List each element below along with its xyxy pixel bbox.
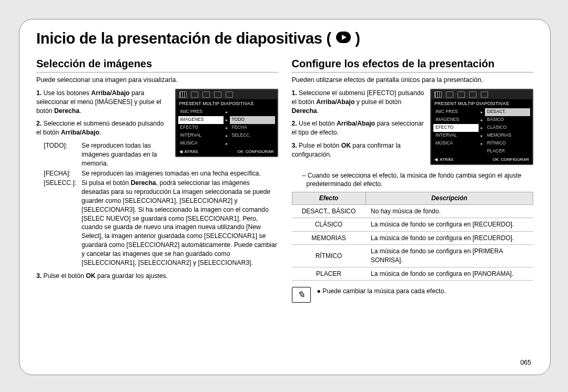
menu-title: PRESENT MULTIP DIAPOSITIVAS	[431, 99, 532, 107]
display-tab-icon	[469, 91, 476, 98]
menu-option: BÁSICO	[485, 116, 530, 124]
left-column: Selección de imágenes Puede seleccionar …	[36, 58, 278, 303]
slideshow-icon	[336, 31, 351, 44]
menu-option-selected: DESACT.	[485, 108, 530, 116]
table-row: CLÁSICOLa música de fondo se configura e…	[292, 218, 533, 232]
play-tab-icon	[446, 91, 453, 98]
th-effect: Efecto	[292, 192, 366, 205]
left-heading: Selección de imágenes	[36, 58, 278, 73]
menu-item: MÚSICA	[433, 140, 479, 148]
menu-option-selected: TODO	[230, 116, 275, 124]
menu-item: INIC PRES	[178, 108, 224, 116]
note-row: ✎ ● Puede cambiar la música para cada ef…	[292, 287, 534, 303]
manual-page: Inicio de la presentación de diapositiva…	[19, 19, 551, 375]
menu-item: INIC PRES	[433, 108, 479, 116]
note-icon: ✎	[292, 287, 311, 303]
slideshow-tab-icon	[179, 91, 187, 98]
menu-footer: ◀ ATRÁS OK CONFIGURAR	[431, 156, 532, 164]
definitions: [TODO]: Se reproducen todas las imágenes…	[44, 141, 278, 267]
page-number: 065	[520, 359, 531, 366]
def-fecha: [FECHA]: Se reproducen las imágenes toma…	[44, 169, 278, 178]
def-todo: [TODO]: Se reproducen todas las imágenes…	[44, 141, 170, 168]
table-row: DESACT., BÁSICONo hay música de fondo.	[292, 204, 533, 218]
note-text: Puede cambiar la música para cada efecto…	[322, 287, 445, 295]
back-arrow-icon: ◀	[434, 157, 438, 162]
table-row: MEMORIASLa música de fondo se configura …	[292, 231, 533, 245]
menu-title: PRESENT MULTIP DIAPOSITIVAS	[176, 99, 277, 107]
menu-grid: INIC PRES▸ IMÁGENES▸TODO EFECTO▸FECHA IN…	[176, 107, 277, 148]
right-intro: Pueden utilizarse efectos de pantalla ún…	[292, 76, 534, 85]
th-desc: Descripción	[366, 192, 533, 205]
effects-table: Efecto Descripción DESACT., BÁSICONo hay…	[292, 192, 534, 281]
menu-item: INTERVAL	[433, 132, 479, 140]
settings-tab-icon	[226, 91, 233, 98]
play-tab-icon	[191, 91, 198, 98]
camera-menu-screenshot-left: PRESENT MULTIP DIAPOSITIVAS INIC PRES▸ I…	[175, 89, 278, 157]
menu-item	[433, 148, 479, 156]
list-step-3: 3. Pulse el botón OK para guardar los aj…	[36, 272, 278, 281]
menu-item: INTERVAL	[178, 132, 224, 140]
right-column: Configure los efectos de la presentación…	[292, 58, 534, 303]
right-heading: Configure los efectos de la presentación	[292, 58, 534, 73]
menu-option: MEMORIAS	[485, 132, 530, 140]
menu-item-highlight: EFECTO	[433, 124, 479, 132]
dash-note: – Cuando se selecciona el efecto, la mús…	[301, 171, 534, 189]
menu-option: PLACER	[485, 148, 530, 156]
table-row: PLACERLa música de fondo se configura en…	[292, 267, 533, 281]
settings-tab-icon	[481, 91, 488, 98]
slideshow-tab-icon	[434, 91, 442, 98]
menu-item: MÚSICA	[178, 140, 224, 148]
menu-item-highlight: IMÁGENES	[178, 116, 224, 124]
display-tab-icon	[214, 91, 221, 98]
back-arrow-icon: ◀	[179, 149, 182, 154]
menu-tab-row	[431, 90, 532, 99]
camera-menu-screenshot-right: PRESENT MULTIP DIAPOSITIVAS INIC PRES▸DE…	[430, 89, 533, 165]
table-row: RÍTMICOLa música de fondo se configura e…	[292, 245, 533, 267]
menu-item: EFECTO	[178, 124, 224, 132]
menu-option: CLÁSICO	[485, 124, 530, 132]
sound-tab-icon	[202, 91, 210, 98]
menu-grid: INIC PRES▸DESACT. IMÁGENES▸BÁSICO EFECTO…	[431, 107, 532, 156]
left-intro: Puede seleccionar una imagen para visual…	[36, 76, 278, 85]
menu-option: SELECC.	[230, 132, 275, 140]
sound-tab-icon	[458, 91, 465, 98]
menu-footer: ◀ ATRÁS OK CONFIGURAR	[176, 148, 277, 156]
page-title-row: Inicio de la presentación de diapositiva…	[36, 30, 533, 49]
menu-option: RÍTMICO	[485, 140, 530, 148]
menu-option	[230, 108, 275, 116]
menu-option: FECHA	[230, 124, 275, 132]
page-title: Inicio de la presentación de diapositiva…	[36, 30, 360, 47]
menu-item: IMÁGENES	[433, 116, 479, 124]
menu-option	[230, 140, 275, 148]
def-selecc: [SELECC.]: Si pulsa el botón Derecha, po…	[44, 179, 278, 267]
menu-tab-row	[176, 90, 277, 99]
